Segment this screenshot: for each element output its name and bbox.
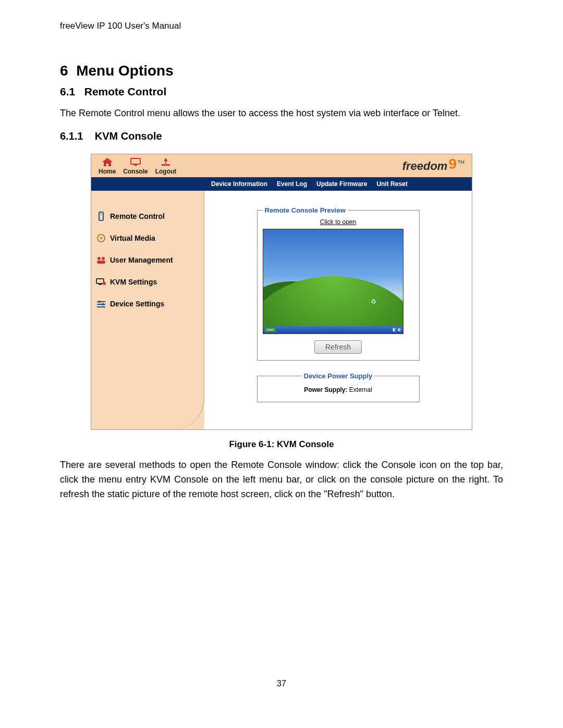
- svg-point-9: [100, 237, 102, 239]
- nav-event-log[interactable]: Event Log: [277, 180, 307, 188]
- section-number: 6.1: [60, 85, 75, 97]
- secondary-nav: Device Information Event Log Update Firm…: [91, 177, 472, 191]
- svg-rect-14: [99, 284, 102, 285]
- kvm-settings-icon: [95, 277, 107, 287]
- users-icon: [95, 255, 107, 265]
- system-tray: ◧ ◐: [393, 327, 401, 332]
- console-preview-image[interactable]: ♻ start ◧ ◐: [263, 229, 403, 334]
- disc-icon: [95, 233, 107, 243]
- subsection-number: 6.1.1: [60, 130, 83, 142]
- page-header: freeView IP 100 User's Manual: [60, 21, 503, 31]
- sidebar-item-label: User Management: [110, 256, 173, 264]
- nav-unit-reset[interactable]: Unit Reset: [376, 180, 407, 188]
- svg-rect-5: [165, 161, 166, 164]
- subsection-heading: 6.1.1 KVM Console: [60, 130, 503, 142]
- svg-rect-2: [134, 165, 137, 166]
- monitor-icon: [130, 157, 141, 167]
- figure-caption: Figure 6-1: KVM Console: [60, 439, 503, 450]
- page-number: 37: [60, 679, 503, 688]
- nav-home-label: Home: [99, 168, 116, 175]
- windows-taskbar: start ◧ ◐: [263, 326, 403, 334]
- nav-console-label: Console: [123, 168, 148, 175]
- sidebar-item-label: Device Settings: [110, 300, 164, 308]
- click-to-open-link[interactable]: Click to open: [263, 218, 414, 226]
- svg-rect-3: [162, 164, 170, 166]
- brand-logo: freedom 9 TM: [402, 159, 464, 173]
- remote-control-icon: [95, 212, 107, 221]
- sidebar-item-label: KVM Settings: [110, 278, 157, 286]
- home-icon: [102, 157, 113, 167]
- svg-rect-20: [102, 303, 104, 305]
- nav-home-button[interactable]: Home: [99, 157, 116, 175]
- preview-legend: Remote Console Preview: [263, 206, 348, 214]
- svg-point-7: [101, 214, 102, 215]
- body-paragraph-2: There are several methods to open the Re…: [60, 458, 503, 502]
- nav-logout-button[interactable]: Logout: [155, 157, 177, 175]
- brand-tm: TM: [458, 159, 464, 165]
- subsection-title: KVM Console: [95, 130, 162, 142]
- section-paragraph: The Remote Control menu allows the user …: [60, 106, 503, 121]
- power-value: External: [349, 386, 372, 393]
- nav-update-firmware[interactable]: Update Firmware: [316, 180, 367, 188]
- sidebar-item-label: Remote Control: [110, 212, 165, 220]
- refresh-button[interactable]: Refresh: [314, 340, 362, 354]
- sliders-icon: [95, 299, 107, 309]
- svg-rect-13: [96, 279, 104, 283]
- sidebar-item-user-management[interactable]: User Management: [95, 255, 200, 265]
- svg-point-10: [97, 257, 101, 260]
- recycle-bin-icon: ♻: [371, 298, 378, 305]
- nav-logout-label: Logout: [155, 168, 177, 175]
- device-power-panel: Device Power Supply Power Supply: Extern…: [257, 372, 420, 402]
- sidebar: Remote Control Virtual Media User Manage…: [91, 191, 204, 429]
- svg-point-11: [102, 257, 105, 260]
- power-label: Power Supply:: [304, 386, 347, 393]
- brand-text: freedom: [402, 159, 448, 173]
- svg-rect-12: [97, 261, 105, 264]
- sidebar-item-kvm-settings[interactable]: KVM Settings: [95, 277, 200, 287]
- start-button: start: [264, 327, 277, 332]
- svg-rect-19: [99, 301, 100, 303]
- power-legend: Device Power Supply: [302, 372, 375, 380]
- chapter-number: 6: [60, 63, 68, 79]
- logout-icon: [160, 157, 172, 167]
- figure-screenshot: Home Console Logout freedom 9: [91, 154, 472, 430]
- sidebar-item-virtual-media[interactable]: Virtual Media: [95, 233, 200, 243]
- sidebar-item-device-settings[interactable]: Device Settings: [95, 299, 200, 309]
- section-title: Remote Control: [84, 85, 167, 97]
- chapter-heading: 6 Menu Options: [60, 63, 503, 79]
- nav-console-button[interactable]: Console: [123, 157, 148, 175]
- sidebar-item-remote-control[interactable]: Remote Control: [95, 212, 200, 221]
- svg-marker-0: [102, 158, 113, 166]
- svg-rect-1: [131, 158, 140, 164]
- nav-device-info[interactable]: Device Information: [211, 180, 267, 188]
- main-content: Remote Console Preview Click to open ♻ s…: [204, 191, 472, 429]
- brand-nine-icon: 9: [448, 159, 457, 169]
- app-topbar: Home Console Logout freedom 9: [91, 154, 472, 177]
- svg-point-15: [103, 282, 106, 285]
- remote-console-preview-panel: Remote Console Preview Click to open ♻ s…: [257, 206, 420, 361]
- section-heading: 6.1 Remote Control: [60, 85, 503, 98]
- svg-rect-6: [99, 212, 103, 220]
- chapter-title: Menu Options: [76, 63, 174, 79]
- sidebar-item-label: Virtual Media: [110, 234, 155, 242]
